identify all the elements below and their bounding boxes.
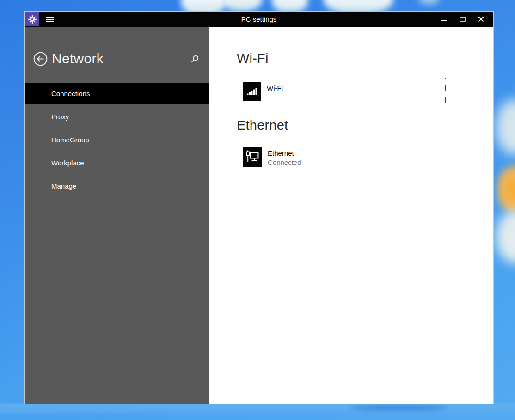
window-title: PC settings <box>25 15 493 23</box>
sidebar-item-connections[interactable]: Connections <box>25 83 209 104</box>
section-heading-wifi: Wi-Fi <box>237 51 493 66</box>
wallpaper-flower-blob <box>496 99 515 155</box>
gear-icon <box>28 15 37 24</box>
sidebar-header: Network <box>25 27 209 67</box>
app-tile <box>25 12 39 26</box>
sidebar: Network Connections Proxy HomeGroup Work… <box>25 27 209 404</box>
wallpaper-petal <box>221 0 263 12</box>
pc-settings-window: PC settings <box>24 11 494 404</box>
hamburger-icon[interactable] <box>46 17 54 22</box>
ethernet-tile-label: Ethernet <box>268 149 301 158</box>
ethernet-status: Connected <box>268 158 301 167</box>
page-title: Network <box>52 51 104 67</box>
minimize-button[interactable] <box>438 13 450 25</box>
search-button[interactable] <box>191 55 199 63</box>
wifi-tile-text: Wi-Fi <box>267 84 283 93</box>
close-icon <box>478 17 483 22</box>
back-button[interactable] <box>33 52 48 66</box>
titlebar[interactable]: PC settings <box>25 12 493 27</box>
maximize-icon <box>460 17 465 21</box>
back-arrow-icon <box>33 52 48 66</box>
section-heading-ethernet: Ethernet <box>237 118 493 133</box>
sidebar-item-homegroup[interactable]: HomeGroup <box>25 129 209 150</box>
minimize-icon <box>441 20 447 21</box>
sidebar-item-manage[interactable]: Manage <box>25 175 209 196</box>
wallpaper-petal <box>418 0 440 5</box>
wifi-tile[interactable]: Wi-Fi <box>237 78 446 105</box>
window-controls <box>438 13 493 25</box>
sidebar-item-proxy[interactable]: Proxy <box>25 106 209 127</box>
ethernet-icon <box>243 147 262 167</box>
sidebar-item-workplace[interactable]: Workplace <box>25 152 209 173</box>
wallpaper-flower-blob <box>496 210 515 263</box>
maximize-button[interactable] <box>456 13 468 25</box>
ethernet-tile-text: Ethernet Connected <box>268 149 301 167</box>
sidebar-nav: Connections Proxy HomeGroup Workplace Ma… <box>25 83 209 196</box>
wallpaper-streak <box>349 405 448 411</box>
ethernet-tile[interactable]: Ethernet Connected <box>237 143 446 171</box>
wifi-signal-icon <box>243 82 261 101</box>
close-button[interactable] <box>475 13 487 25</box>
wifi-tile-label: Wi-Fi <box>267 84 283 93</box>
main-content: Wi-Fi Wi-Fi <box>209 27 493 404</box>
search-icon <box>191 55 199 63</box>
